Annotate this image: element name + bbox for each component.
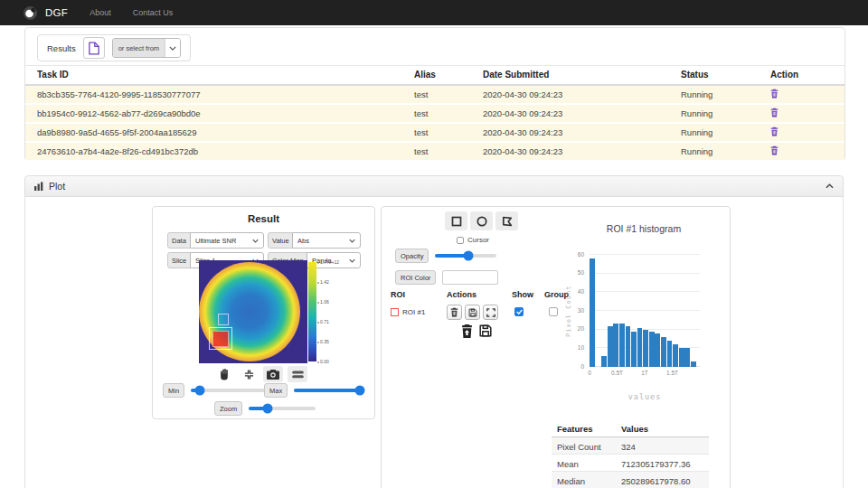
- opacity-label: Opacity: [395, 249, 429, 263]
- roi-color-indicator: [391, 308, 399, 316]
- task-id-cell: da9b8980-9a5d-4655-9f5f-2004aa185629: [37, 127, 196, 137]
- opacity-slider-thumb[interactable]: [464, 251, 474, 261]
- histogram-xtick: 0: [588, 370, 591, 376]
- results-selector: Results or select from: [37, 34, 191, 61]
- feature-value: 250289617978.60: [621, 476, 691, 486]
- colorbar-tick-label: 0.35: [320, 340, 329, 344]
- date-submitted-cell: 2020-04-30 09:24:23: [483, 146, 562, 156]
- histogram-bar: [619, 324, 625, 367]
- alias-cell: test: [414, 108, 428, 118]
- histogram-ytick: 50: [578, 270, 584, 277]
- upload-file-button[interactable]: [83, 37, 105, 59]
- zoom-slider-thumb[interactable]: [262, 404, 272, 414]
- max-slider-thumb[interactable]: [355, 386, 365, 396]
- histogram-xlabel: values: [590, 392, 700, 401]
- feature-row: Pixel Count324: [552, 437, 709, 455]
- date-submitted-cell: 2020-04-30 09:24:23: [483, 127, 562, 137]
- min-slider-thumb[interactable]: [194, 386, 204, 396]
- levels-icon[interactable]: [288, 366, 307, 382]
- cursor-label: Cursor: [467, 236, 489, 244]
- histogram-bar: [590, 258, 595, 367]
- roi-list-row: ROI #1: [382, 305, 590, 323]
- rectangle-roi-tool[interactable]: [445, 211, 467, 230]
- brand[interactable]: DGF: [45, 7, 68, 18]
- roi-panel: Cursor Opacity ROI Color ROI Actions Sho…: [381, 206, 731, 488]
- roi-handle-rect[interactable]: [218, 314, 229, 325]
- brand-logo-icon[interactable]: [24, 6, 37, 20]
- zoom-slider-track[interactable]: [249, 407, 316, 410]
- cursor-toggle[interactable]: Cursor: [457, 236, 489, 244]
- opacity-control[interactable]: Opacity: [395, 249, 496, 263]
- date-submitted-cell: 2020-04-30 09:24:23: [483, 89, 562, 99]
- delete-roi-button[interactable]: [447, 305, 462, 320]
- min-slider-label: Min: [163, 383, 184, 398]
- roi-color-label: ROI Color: [395, 270, 436, 285]
- roi-show-checkbox[interactable]: [514, 307, 524, 316]
- import-roi-icon[interactable]: [461, 324, 473, 338]
- delete-task-button[interactable]: [770, 108, 778, 117]
- roi-color-picker[interactable]: [442, 270, 498, 285]
- histogram-bar: [655, 333, 660, 367]
- roi-group-checkbox[interactable]: [549, 307, 558, 316]
- nav-link-contact-us[interactable]: Contact Us: [133, 8, 174, 17]
- table-row: bb1954c0-9912-4562-ab77-d269ca90bd0etest…: [25, 105, 844, 124]
- zoom-slider[interactable]: Zoom: [214, 401, 316, 416]
- histogram-bar: [684, 348, 690, 367]
- task-id-cell: bb1954c0-9912-4562-ab77-d269ca90bd0e: [37, 108, 201, 118]
- feature-value: 712305179377.36: [621, 459, 691, 469]
- status-cell: Running: [681, 146, 712, 156]
- roi-name: ROI #1: [402, 308, 425, 316]
- roi-region[interactable]: [212, 331, 229, 347]
- chart-icon: [34, 182, 43, 191]
- value-select[interactable]: Abs: [292, 232, 361, 249]
- delete-task-button[interactable]: [770, 127, 778, 136]
- task-id-cell: 8b3cb355-7764-4120-9995-118530777077: [37, 89, 201, 99]
- expand-roi-button[interactable]: [483, 305, 498, 320]
- histogram-bar: [608, 326, 613, 367]
- max-slider-label: Max: [264, 383, 288, 398]
- feature-name: Mean: [557, 459, 579, 469]
- delete-task-button[interactable]: [770, 89, 778, 99]
- max-slider-track[interactable]: [294, 389, 363, 392]
- save-all-icon[interactable]: [479, 324, 492, 338]
- min-slider-track[interactable]: [191, 389, 265, 392]
- histogram-bar: [691, 361, 696, 367]
- polygon-roi-tool[interactable]: [495, 211, 518, 230]
- navbar: DGF About Contact Us: [0, 0, 868, 25]
- status-cell: Running: [681, 89, 712, 99]
- alias-cell: test: [414, 146, 428, 156]
- colorbar-tick-label: 0.71: [320, 320, 329, 324]
- min-slider[interactable]: Min: [163, 383, 265, 398]
- camera-icon[interactable]: [263, 366, 283, 382]
- feature-value: 324: [621, 442, 636, 452]
- table-row: 8b3cb355-7764-4120-9995-118530777077test…: [25, 86, 844, 105]
- task-id-cell: 24763610-a7b4-4a2e-8f26-cd491bc372db: [37, 146, 198, 156]
- pan-hand-icon[interactable]: [214, 366, 234, 382]
- heatmap-toolbar: [214, 366, 307, 382]
- ellipse-roi-tool[interactable]: [470, 211, 493, 230]
- max-slider[interactable]: Max: [264, 383, 363, 398]
- results-label: Results: [47, 43, 76, 53]
- data-select[interactable]: Ultimate SNR: [190, 232, 264, 249]
- actions-col-header: Actions: [447, 290, 476, 299]
- feature-name: Median: [557, 476, 585, 486]
- save-roi-button[interactable]: [465, 305, 480, 320]
- feature-name: Pixel Count: [557, 442, 601, 452]
- chevron-up-icon[interactable]: [826, 183, 834, 189]
- opacity-slider-track[interactable]: [435, 254, 496, 258]
- alias-cell: test: [414, 127, 428, 137]
- histogram-bar: [673, 344, 678, 367]
- feature-row: Mean712305179377.36: [552, 455, 709, 472]
- roi-bulk-actions: [461, 324, 492, 338]
- chevron-down-icon: [165, 39, 180, 57]
- heatmap-canvas[interactable]: [199, 260, 307, 363]
- roi-col-header: ROI: [391, 290, 405, 299]
- histogram-xtick: 1T: [641, 370, 648, 376]
- plot-section-header[interactable]: Plot: [24, 175, 844, 197]
- result-panel-title: Result: [153, 213, 374, 224]
- collapse-axes-icon[interactable]: [239, 366, 259, 382]
- delete-task-button[interactable]: [770, 145, 778, 155]
- results-select-dropdown[interactable]: or select from: [112, 38, 181, 58]
- nav-link-about[interactable]: About: [90, 8, 111, 17]
- cursor-checkbox[interactable]: [457, 237, 464, 244]
